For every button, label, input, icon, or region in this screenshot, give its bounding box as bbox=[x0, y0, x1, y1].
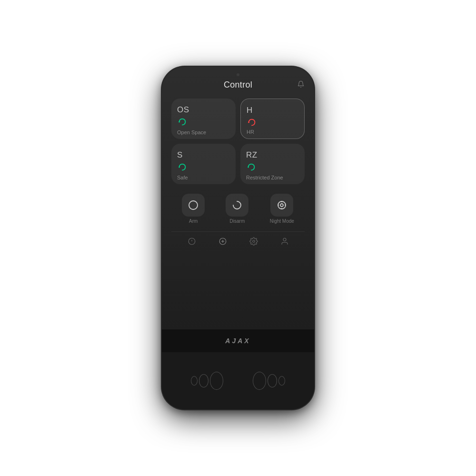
nfc-right bbox=[253, 372, 285, 390]
nfc-wave-2 bbox=[199, 374, 208, 387]
zone-label-rz: Restricted Zone bbox=[246, 175, 283, 180]
svg-point-5 bbox=[278, 201, 286, 209]
svg-point-0 bbox=[178, 121, 180, 123]
screen-header: Control bbox=[171, 80, 305, 90]
screen: Control OS Open Space H bbox=[162, 67, 314, 329]
arm-label: Arm bbox=[189, 218, 198, 224]
zone-label-hr: HR bbox=[247, 129, 254, 135]
camera-dot bbox=[237, 73, 239, 76]
screen-title: Control bbox=[224, 80, 252, 90]
zone-card-os[interactable]: OS Open Space bbox=[171, 99, 236, 139]
alert-icon bbox=[188, 237, 196, 246]
nav-alert[interactable] bbox=[185, 235, 198, 248]
device-body: Control OS Open Space H bbox=[162, 67, 314, 409]
zone-abbr-hr: H bbox=[247, 106, 253, 115]
bottom-nav bbox=[171, 231, 305, 251]
disarm-button[interactable]: Disarm bbox=[226, 194, 248, 224]
nav-user[interactable] bbox=[278, 235, 291, 248]
svg-point-1 bbox=[248, 122, 249, 123]
disarm-icon bbox=[231, 199, 243, 211]
zone-card-rz[interactable]: RZ Restricted Zone bbox=[240, 144, 305, 184]
svg-point-17 bbox=[252, 240, 255, 243]
svg-point-4 bbox=[189, 201, 198, 209]
zone-status-arc-rz bbox=[246, 162, 257, 172]
nfc-left bbox=[191, 372, 223, 390]
arm-button[interactable]: Arm bbox=[182, 194, 205, 224]
svg-point-3 bbox=[248, 167, 249, 168]
zones-grid: OS Open Space H HR S bbox=[171, 99, 305, 184]
brand-bar: AJAX bbox=[162, 329, 314, 352]
zone-status-arc-safe bbox=[177, 162, 188, 172]
svg-point-2 bbox=[178, 167, 180, 168]
zone-abbr-rz: RZ bbox=[246, 150, 258, 160]
zone-card-hr[interactable]: H HR bbox=[240, 99, 305, 139]
zone-status-arc-os bbox=[177, 117, 188, 127]
nav-add[interactable] bbox=[216, 235, 229, 248]
brand-text: AJAX bbox=[225, 337, 250, 345]
nfc-wave-1 bbox=[191, 376, 198, 386]
zone-label-os: Open Space bbox=[177, 129, 206, 135]
nav-settings[interactable] bbox=[247, 235, 260, 248]
arm-icon bbox=[188, 199, 199, 211]
reader-bottom bbox=[162, 352, 314, 409]
svg-point-18 bbox=[283, 238, 286, 241]
nightmode-icon-circle bbox=[270, 194, 293, 217]
zone-card-safe[interactable]: S Safe bbox=[171, 144, 236, 184]
bell-icon[interactable] bbox=[297, 80, 305, 90]
gear-icon bbox=[249, 237, 258, 246]
plus-icon bbox=[218, 237, 227, 246]
disarm-label: Disarm bbox=[230, 218, 245, 224]
nfc-wave-5 bbox=[268, 374, 277, 387]
nightmode-label: Night Mode bbox=[270, 218, 294, 224]
nightmode-button[interactable]: Night Mode bbox=[270, 194, 294, 224]
svg-point-6 bbox=[280, 204, 283, 207]
action-row: Arm Disarm bbox=[171, 194, 305, 224]
user-icon bbox=[280, 237, 289, 246]
zone-abbr-safe: S bbox=[177, 150, 183, 160]
arm-icon-circle bbox=[182, 194, 205, 217]
zone-status-arc-hr bbox=[247, 117, 257, 128]
disarm-icon-circle bbox=[226, 194, 248, 217]
nfc-wave-4 bbox=[253, 372, 266, 390]
zone-abbr-os: OS bbox=[177, 105, 189, 115]
zone-label-safe: Safe bbox=[177, 175, 188, 180]
nfc-wave-3 bbox=[210, 372, 223, 390]
nightmode-icon bbox=[276, 199, 288, 211]
nfc-wave-6 bbox=[278, 376, 285, 386]
